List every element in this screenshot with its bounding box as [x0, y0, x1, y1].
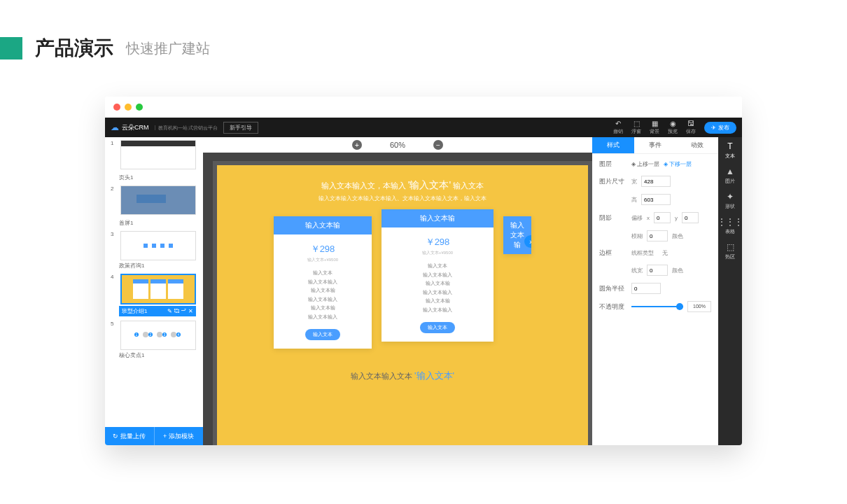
layer-down-button[interactable]: ◈下移一层: [664, 160, 692, 168]
properties-panel: 样式 事件 动效 图层 ◈上移一层 ◈下移一层 图片尺寸 宽 高: [592, 137, 718, 445]
page-title: 产品演示: [35, 35, 113, 62]
sidebar-footer: ↻批量上传 +添加模块: [105, 427, 203, 445]
background-icon: ▦: [652, 120, 658, 127]
plus-icon: +: [163, 433, 167, 440]
page-subtitle: 快速推广建站: [126, 39, 210, 58]
tool-text[interactable]: T文本: [725, 141, 735, 160]
canvas[interactable]: 输入文本输入文，本输入 '输入文本' 输入文本 输入文本输入文本输入文本输入、文…: [217, 165, 588, 445]
shadow-x-input[interactable]: [654, 212, 671, 223]
table-icon: ⋮⋮⋮: [718, 217, 742, 227]
card-cta-button[interactable]: 输入文本: [305, 329, 340, 340]
topbar-tools: ↶撤销 ⬚浮窗 ▦背景 ◉预览 🖫保存 ✈发布: [613, 120, 736, 135]
opacity-slider[interactable]: [631, 306, 683, 307]
radius-input[interactable]: [631, 283, 661, 294]
border-type-value[interactable]: 无: [662, 249, 668, 257]
logo-text: 云朵CRM: [122, 123, 149, 132]
tab-style[interactable]: 样式: [592, 137, 634, 154]
slide-label: 核心卖点1: [119, 351, 197, 359]
tool-shape[interactable]: ✦形状: [725, 192, 735, 210]
slide-actions[interactable]: ✎ ⿻ ⤴ ✕: [167, 308, 193, 314]
slide-item[interactable]: 2 首屏1: [111, 186, 197, 227]
canvas-footer-title[interactable]: 输入文本输入文本 '输入文本': [238, 370, 567, 382]
minimize-icon[interactable]: [125, 104, 132, 111]
height-input[interactable]: [641, 194, 671, 205]
slide-label: 首屏1: [119, 219, 197, 227]
ruler-vertical: [203, 153, 213, 445]
app-body: 1 页头1 2 首屏1 3 政策咨询1 4: [105, 137, 742, 445]
zoom-out-button[interactable]: −: [433, 140, 443, 150]
feature-list: 输入文本输入文本输入输入文本输输入文本输入输入文本输输入文本输入: [382, 262, 493, 322]
opacity-label: 不透明度: [599, 302, 627, 312]
zoom-value: 60%: [390, 141, 405, 149]
slider-thumb[interactable]: [676, 303, 683, 310]
slide-item[interactable]: 3 政策咨询1: [111, 231, 197, 270]
border-width-input[interactable]: [647, 265, 668, 276]
pricing-card[interactable]: 输入文本输 ￥298 输入文本+¥9500 输入文本输入文本输入输入文本输输入文…: [274, 216, 372, 349]
guide-button[interactable]: 新手引导: [223, 122, 258, 134]
slide-label: 页头1: [119, 174, 197, 181]
bulk-upload-button[interactable]: ↻批量上传: [105, 427, 154, 445]
slide-label: 政策咨询1: [119, 262, 197, 270]
zoom-bar: + 60% −: [203, 137, 592, 153]
hotspot-icon: ⬚: [727, 242, 734, 252]
slide-item-selected[interactable]: 4 班型介绍1 ✎ ⿻ ⤴ ✕: [111, 274, 197, 316]
card-cta-button[interactable]: 输入文本: [420, 322, 455, 333]
border-label: 边框: [599, 248, 627, 258]
accent-box: [0, 37, 22, 59]
pricing-card-partial[interactable]: 输入文本输 ›: [503, 216, 531, 254]
background-button[interactable]: ▦背景: [650, 120, 659, 135]
pricing-card-featured[interactable]: 输入文本输 ￥298 输入文本+¥9500 输入文本输入文本输入输入文本输输入文…: [382, 209, 493, 342]
tool-hotspot[interactable]: ⬚热区: [725, 242, 735, 260]
save-button[interactable]: 🖫保存: [686, 120, 696, 135]
refresh-icon: ↻: [113, 433, 118, 440]
send-icon: ✈: [711, 125, 716, 131]
add-module-button[interactable]: +添加模块: [154, 427, 204, 445]
slide-item[interactable]: 1 页头1: [111, 140, 197, 181]
image-icon: ▲: [726, 167, 734, 176]
layer-up-icon: ◈: [631, 161, 636, 167]
save-icon: 🖫: [687, 120, 694, 127]
close-icon[interactable]: [113, 104, 120, 111]
feature-list: 输入文本输入文本输入输入文本输输入文本输入输入文本输输入文本输入: [274, 269, 372, 329]
text-icon: T: [727, 141, 732, 151]
maximize-icon[interactable]: [136, 104, 143, 111]
canvas-title[interactable]: 输入文本输入文，本输入 '输入文本' 输入文本: [238, 179, 567, 192]
preview-button[interactable]: ◉预览: [668, 120, 678, 135]
eye-icon: ◉: [670, 120, 676, 127]
slide-item[interactable]: 5 1 2 3 4 核心卖点1: [111, 321, 197, 359]
slides-list[interactable]: 1 页头1 2 首屏1 3 政策咨询1 4: [105, 137, 203, 427]
zoom-in-button[interactable]: +: [352, 140, 362, 150]
float-icon: ⬚: [634, 120, 640, 127]
window-chrome: [105, 97, 742, 118]
shape-icon: ✦: [727, 192, 734, 202]
tab-event[interactable]: 事件: [634, 137, 676, 154]
tool-image[interactable]: ▲图片: [725, 167, 735, 185]
canvas-area: + 60% − 输入文本输入文，本输入 '输入文本' 输入文本 输入文本输入文本…: [203, 137, 592, 445]
shadow-blur-input[interactable]: [647, 230, 668, 241]
topbar: ☁ 云朵CRM 教育机构一站 式营销云平台 新手引导 ↶撤销 ⬚浮窗 ▦背景 ◉…: [105, 118, 742, 137]
layer-up-button[interactable]: ◈上移一层: [631, 160, 659, 168]
canvas-subtitle[interactable]: 输入文本输入文本输入文本输入、文本输入文本输入文本，输入文本: [238, 195, 567, 202]
radius-label: 圆角半径: [599, 284, 627, 293]
pricing-cards: 输入文本输 ￥298 输入文本+¥9500 输入文本输入文本输入输入文本输输入文…: [238, 216, 567, 349]
page-header: 产品演示 快速推广建站: [0, 0, 847, 83]
tool-strip: T文本 ▲图片 ✦形状 ⋮⋮⋮表格 ⬚热区: [718, 137, 742, 445]
props-tabs: 样式 事件 动效: [592, 137, 718, 154]
size-label: 图片尺寸: [599, 177, 627, 186]
shadow-label: 阴影: [599, 214, 627, 223]
publish-button[interactable]: ✈发布: [704, 122, 736, 134]
shadow-y-input[interactable]: [682, 212, 699, 223]
opacity-value: 100%: [687, 301, 711, 312]
tab-animation[interactable]: 动效: [676, 137, 718, 154]
slide-label-selected: 班型介绍1 ✎ ⿻ ⤴ ✕: [119, 306, 196, 316]
logo-subtitle: 教育机构一站 式营销云平台: [155, 125, 218, 130]
layer-down-icon: ◈: [664, 161, 668, 167]
float-button[interactable]: ⬚浮窗: [631, 120, 641, 135]
tool-table[interactable]: ⋮⋮⋮表格: [718, 217, 742, 235]
width-input[interactable]: [641, 176, 671, 187]
cloud-icon: ☁: [111, 122, 119, 132]
undo-icon: ↶: [615, 120, 621, 127]
slides-panel: 1 页头1 2 首屏1 3 政策咨询1 4: [105, 137, 203, 445]
ruler-horizontal: [213, 153, 592, 161]
undo-button[interactable]: ↶撤销: [613, 120, 623, 135]
